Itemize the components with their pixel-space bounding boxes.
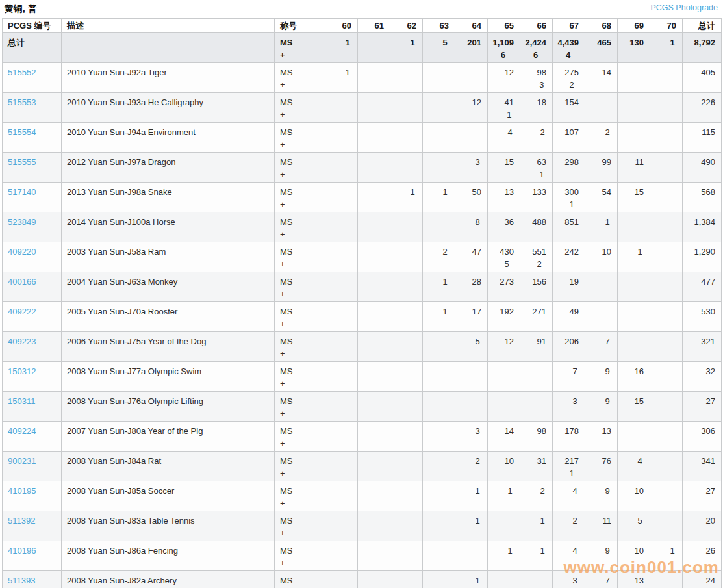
grade-63-cell [423,571,455,588]
table-row: 4092222005 Yuan Sun-J70a RoosterMS+11719… [3,302,722,332]
grade-63-cell [423,511,455,541]
pcgs-id-link[interactable]: 409220 [8,247,36,257]
pcgs-id-link[interactable]: 511392 [8,516,35,526]
table-row: 4092202003 Yuan Sun-J58a RamMS+247430555… [3,242,722,272]
designation-cell: MS+ [275,511,325,541]
grade-66-cell: 133 [520,183,553,212]
grade-67-cell: 3 [553,571,585,588]
grade-67-cell: 4 [553,481,585,511]
total-cell: 490 [683,153,722,183]
grade-68-cell: 465 [585,33,618,63]
pcgs-id-link[interactable]: 515554 [8,127,36,137]
table-row: 5155542010 Yuan Sun-J94a EnvironmentMS+4… [3,123,722,153]
designation-cell: MS+ [275,212,325,242]
grade-67-cell: 7 [553,362,585,392]
grade-63-cell: 1 [423,272,455,302]
grade-68-cell: 10 [585,242,618,272]
total-cell: 1,384 [683,212,722,242]
description-cell: 2008 Yuan Sun-J86a Fencing [62,541,275,571]
grade-69-cell [618,123,650,153]
grade-62-cell [390,302,423,332]
grade-65-cell: 14 [488,422,520,452]
grade-65-cell: 4 [488,123,520,153]
grade-60-cell [325,272,358,302]
pcgs-id-link[interactable]: 410195 [8,486,36,496]
table-row: 1503122008 Yuan Sun-J77a Olympic SwimMS+… [3,362,722,392]
grade-67-cell: 49 [553,302,585,332]
pcgs-id-link[interactable]: 511393 [8,576,35,585]
table-row: 5171402013 Yuan Sun-J98a SnakeMS+1150131… [3,183,722,212]
grade-65-cell: 12 [488,63,520,93]
grade-62-cell [390,541,423,571]
grade-63-cell [423,452,455,481]
pcgs-id-link[interactable]: 517140 [8,187,36,197]
grade-60-cell [325,392,358,422]
grade-70-cell [650,481,683,511]
pcgs-id-cell: 900231 [3,452,62,481]
grade-60-cell: 1 [325,63,358,93]
grade-65-cell: 1,1096 [488,33,520,63]
grade-66-cell [520,362,553,392]
table-row: 4101962008 Yuan Sun-J86a FencingMS+11491… [3,541,722,571]
designation-cell: MS+ [275,183,325,212]
grade-60-cell [325,422,358,452]
pcgs-id-link[interactable]: 409222 [8,307,36,316]
grade-62-cell [390,63,423,93]
pcgs-id-link[interactable]: 900231 [8,456,36,466]
pcgs-id-cell: 515554 [3,123,62,153]
table-row: 4092232006 Yuan Sun-J75a Year of the Dog… [3,332,722,362]
pcgs-id-link[interactable]: 409224 [8,426,36,436]
grade-64-cell: 2 [455,452,488,481]
designation-cell: MS+ [275,362,325,392]
pcgs-id-link[interactable]: 515552 [8,68,36,77]
grade-66-cell: 98 [520,422,553,452]
table-row: 4101952008 Yuan Sun-J85a SoccerMS+112491… [3,481,722,511]
grade-63-cell [423,481,455,511]
grade-69-cell [618,93,650,123]
pcgs-id-link[interactable]: 515555 [8,157,36,167]
grade-64-cell: 8 [455,212,488,242]
pcgs-id-link[interactable]: 150312 [8,366,36,376]
grade-62-cell [390,481,423,511]
column-header-row: PCGS 编号描述称号6061626364656667686970总计 [3,19,722,33]
grade-63-cell [423,63,455,93]
grade-61-cell [358,332,390,362]
photograde-link[interactable]: PCGS Photograde [650,3,718,12]
grade-65-cell: 10 [488,452,520,481]
pcgs-id-link[interactable]: 150311 [8,396,35,406]
total-cell: 24 [683,571,722,588]
grade-66-cell: 631 [520,153,553,183]
grade-64-cell: 47 [455,242,488,272]
grade-60-cell [325,183,358,212]
grade-67-cell: 4 [553,541,585,571]
designation-cell: MS+ [275,481,325,511]
col-header-60: 60 [325,19,358,33]
grade-65-cell [488,392,520,422]
grade-66-cell: 91 [520,332,553,362]
grade-64-cell: 3 [455,422,488,452]
grade-66-cell: 271 [520,302,553,332]
grade-67-cell: 206 [553,332,585,362]
pcgs-id-cell: 150312 [3,362,62,392]
grade-69-cell: 13 [618,571,650,588]
grade-62-cell [390,362,423,392]
pcgs-id-cell: 511392 [3,511,62,541]
pcgs-id-link[interactable]: 515553 [8,97,36,107]
pcgs-id-cell: 517140 [3,183,62,212]
pcgs-id-link[interactable]: 400166 [8,277,36,287]
grade-69-cell [618,302,650,332]
grade-67-cell: 2171 [553,452,585,481]
grade-65-cell: 273 [488,272,520,302]
grade-60-cell [325,93,358,123]
description-cell: 2010 Yuan Sun-J93a He Calligraphy [62,93,275,123]
designation-cell: MS+ [275,392,325,422]
grade-68-cell: 99 [585,153,618,183]
grade-61-cell [358,571,390,588]
pcgs-id-link[interactable]: 409223 [8,337,36,346]
grade-66-cell: 1 [520,541,553,571]
grade-64-cell [455,123,488,153]
pcgs-id-link[interactable]: 410196 [8,546,36,556]
pcgs-id-link[interactable]: 523849 [8,217,36,227]
grade-69-cell: 15 [618,183,650,212]
grade-63-cell [423,541,455,571]
